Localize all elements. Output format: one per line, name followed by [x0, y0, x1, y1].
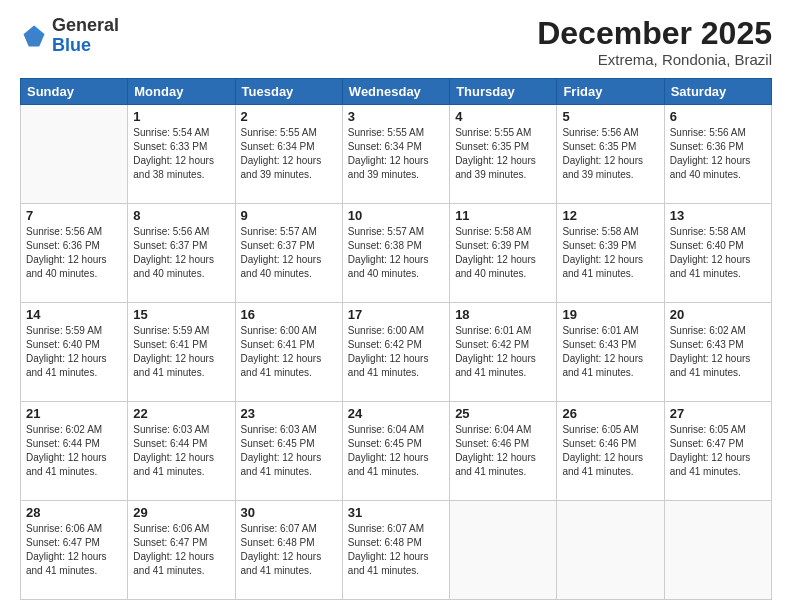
- day-number: 25: [455, 406, 551, 421]
- calendar-cell: 20Sunrise: 6:02 AM Sunset: 6:43 PM Dayli…: [664, 303, 771, 402]
- day-number: 29: [133, 505, 229, 520]
- calendar-cell: 21Sunrise: 6:02 AM Sunset: 6:44 PM Dayli…: [21, 402, 128, 501]
- day-number: 19: [562, 307, 658, 322]
- calendar-cell: 17Sunrise: 6:00 AM Sunset: 6:42 PM Dayli…: [342, 303, 449, 402]
- logo: General Blue: [20, 16, 119, 56]
- calendar-cell: 30Sunrise: 6:07 AM Sunset: 6:48 PM Dayli…: [235, 501, 342, 600]
- day-info: Sunrise: 6:06 AM Sunset: 6:47 PM Dayligh…: [26, 522, 122, 578]
- weekday-header-saturday: Saturday: [664, 79, 771, 105]
- calendar-cell: 4Sunrise: 5:55 AM Sunset: 6:35 PM Daylig…: [450, 105, 557, 204]
- calendar-cell: 9Sunrise: 5:57 AM Sunset: 6:37 PM Daylig…: [235, 204, 342, 303]
- calendar-cell: 24Sunrise: 6:04 AM Sunset: 6:45 PM Dayli…: [342, 402, 449, 501]
- logo-general: General: [52, 15, 119, 35]
- calendar-cell: 13Sunrise: 5:58 AM Sunset: 6:40 PM Dayli…: [664, 204, 771, 303]
- day-number: 10: [348, 208, 444, 223]
- day-number: 5: [562, 109, 658, 124]
- day-info: Sunrise: 5:59 AM Sunset: 6:40 PM Dayligh…: [26, 324, 122, 380]
- day-info: Sunrise: 5:56 AM Sunset: 6:36 PM Dayligh…: [26, 225, 122, 281]
- calendar-cell: 22Sunrise: 6:03 AM Sunset: 6:44 PM Dayli…: [128, 402, 235, 501]
- calendar-table: SundayMondayTuesdayWednesdayThursdayFrid…: [20, 78, 772, 600]
- logo-blue-text: Blue: [52, 35, 91, 55]
- day-number: 27: [670, 406, 766, 421]
- day-info: Sunrise: 5:57 AM Sunset: 6:38 PM Dayligh…: [348, 225, 444, 281]
- calendar-cell: 16Sunrise: 6:00 AM Sunset: 6:41 PM Dayli…: [235, 303, 342, 402]
- weekday-header-sunday: Sunday: [21, 79, 128, 105]
- day-info: Sunrise: 5:58 AM Sunset: 6:39 PM Dayligh…: [455, 225, 551, 281]
- calendar-cell: [21, 105, 128, 204]
- day-number: 20: [670, 307, 766, 322]
- day-number: 2: [241, 109, 337, 124]
- day-number: 13: [670, 208, 766, 223]
- day-info: Sunrise: 6:03 AM Sunset: 6:45 PM Dayligh…: [241, 423, 337, 479]
- calendar-cell: 15Sunrise: 5:59 AM Sunset: 6:41 PM Dayli…: [128, 303, 235, 402]
- month-title: December 2025: [537, 16, 772, 51]
- calendar-cell: 19Sunrise: 6:01 AM Sunset: 6:43 PM Dayli…: [557, 303, 664, 402]
- calendar-cell: 5Sunrise: 5:56 AM Sunset: 6:35 PM Daylig…: [557, 105, 664, 204]
- logo-text: General Blue: [52, 16, 119, 56]
- calendar-cell: 29Sunrise: 6:06 AM Sunset: 6:47 PM Dayli…: [128, 501, 235, 600]
- day-info: Sunrise: 5:56 AM Sunset: 6:36 PM Dayligh…: [670, 126, 766, 182]
- location-subtitle: Extrema, Rondonia, Brazil: [537, 51, 772, 68]
- day-number: 30: [241, 505, 337, 520]
- calendar-cell: 10Sunrise: 5:57 AM Sunset: 6:38 PM Dayli…: [342, 204, 449, 303]
- day-number: 24: [348, 406, 444, 421]
- calendar-cell: 26Sunrise: 6:05 AM Sunset: 6:46 PM Dayli…: [557, 402, 664, 501]
- day-info: Sunrise: 6:05 AM Sunset: 6:46 PM Dayligh…: [562, 423, 658, 479]
- calendar-cell: 8Sunrise: 5:56 AM Sunset: 6:37 PM Daylig…: [128, 204, 235, 303]
- day-info: Sunrise: 6:07 AM Sunset: 6:48 PM Dayligh…: [241, 522, 337, 578]
- day-number: 17: [348, 307, 444, 322]
- day-number: 15: [133, 307, 229, 322]
- calendar-cell: 2Sunrise: 5:55 AM Sunset: 6:34 PM Daylig…: [235, 105, 342, 204]
- calendar-week-row: 14Sunrise: 5:59 AM Sunset: 6:40 PM Dayli…: [21, 303, 772, 402]
- calendar-cell: 14Sunrise: 5:59 AM Sunset: 6:40 PM Dayli…: [21, 303, 128, 402]
- day-number: 8: [133, 208, 229, 223]
- calendar-week-row: 1Sunrise: 5:54 AM Sunset: 6:33 PM Daylig…: [21, 105, 772, 204]
- day-number: 6: [670, 109, 766, 124]
- day-number: 26: [562, 406, 658, 421]
- day-info: Sunrise: 6:00 AM Sunset: 6:42 PM Dayligh…: [348, 324, 444, 380]
- day-info: Sunrise: 5:56 AM Sunset: 6:35 PM Dayligh…: [562, 126, 658, 182]
- calendar-cell: [557, 501, 664, 600]
- day-number: 3: [348, 109, 444, 124]
- day-number: 11: [455, 208, 551, 223]
- day-info: Sunrise: 6:01 AM Sunset: 6:43 PM Dayligh…: [562, 324, 658, 380]
- day-info: Sunrise: 6:01 AM Sunset: 6:42 PM Dayligh…: [455, 324, 551, 380]
- day-number: 14: [26, 307, 122, 322]
- day-info: Sunrise: 6:00 AM Sunset: 6:41 PM Dayligh…: [241, 324, 337, 380]
- day-info: Sunrise: 5:56 AM Sunset: 6:37 PM Dayligh…: [133, 225, 229, 281]
- day-number: 7: [26, 208, 122, 223]
- calendar-week-row: 21Sunrise: 6:02 AM Sunset: 6:44 PM Dayli…: [21, 402, 772, 501]
- weekday-header-tuesday: Tuesday: [235, 79, 342, 105]
- calendar-cell: 18Sunrise: 6:01 AM Sunset: 6:42 PM Dayli…: [450, 303, 557, 402]
- day-number: 16: [241, 307, 337, 322]
- calendar-cell: 27Sunrise: 6:05 AM Sunset: 6:47 PM Dayli…: [664, 402, 771, 501]
- day-info: Sunrise: 6:06 AM Sunset: 6:47 PM Dayligh…: [133, 522, 229, 578]
- day-number: 18: [455, 307, 551, 322]
- day-info: Sunrise: 6:05 AM Sunset: 6:47 PM Dayligh…: [670, 423, 766, 479]
- day-info: Sunrise: 6:04 AM Sunset: 6:45 PM Dayligh…: [348, 423, 444, 479]
- day-info: Sunrise: 5:58 AM Sunset: 6:39 PM Dayligh…: [562, 225, 658, 281]
- day-info: Sunrise: 6:02 AM Sunset: 6:43 PM Dayligh…: [670, 324, 766, 380]
- day-info: Sunrise: 6:03 AM Sunset: 6:44 PM Dayligh…: [133, 423, 229, 479]
- calendar-cell: 7Sunrise: 5:56 AM Sunset: 6:36 PM Daylig…: [21, 204, 128, 303]
- day-info: Sunrise: 5:58 AM Sunset: 6:40 PM Dayligh…: [670, 225, 766, 281]
- calendar-cell: 25Sunrise: 6:04 AM Sunset: 6:46 PM Dayli…: [450, 402, 557, 501]
- title-block: December 2025 Extrema, Rondonia, Brazil: [537, 16, 772, 68]
- calendar-week-row: 28Sunrise: 6:06 AM Sunset: 6:47 PM Dayli…: [21, 501, 772, 600]
- day-number: 9: [241, 208, 337, 223]
- day-number: 1: [133, 109, 229, 124]
- calendar-cell: [450, 501, 557, 600]
- day-number: 21: [26, 406, 122, 421]
- logo-icon: [20, 22, 48, 50]
- weekday-header-row: SundayMondayTuesdayWednesdayThursdayFrid…: [21, 79, 772, 105]
- day-number: 31: [348, 505, 444, 520]
- day-number: 4: [455, 109, 551, 124]
- day-info: Sunrise: 5:55 AM Sunset: 6:34 PM Dayligh…: [348, 126, 444, 182]
- weekday-header-monday: Monday: [128, 79, 235, 105]
- day-info: Sunrise: 5:57 AM Sunset: 6:37 PM Dayligh…: [241, 225, 337, 281]
- header: General Blue December 2025 Extrema, Rond…: [20, 16, 772, 68]
- calendar-week-row: 7Sunrise: 5:56 AM Sunset: 6:36 PM Daylig…: [21, 204, 772, 303]
- day-info: Sunrise: 5:54 AM Sunset: 6:33 PM Dayligh…: [133, 126, 229, 182]
- weekday-header-friday: Friday: [557, 79, 664, 105]
- day-info: Sunrise: 5:55 AM Sunset: 6:34 PM Dayligh…: [241, 126, 337, 182]
